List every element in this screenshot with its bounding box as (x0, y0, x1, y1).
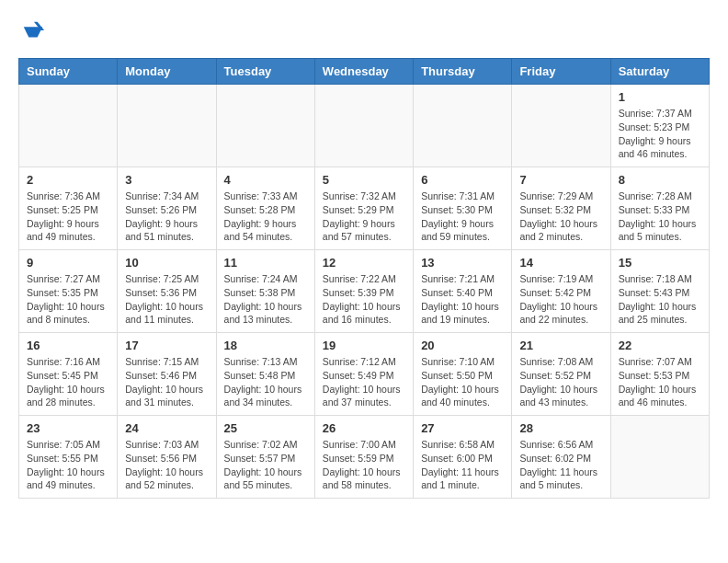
day-info: Sunrise: 7:33 AM Sunset: 5:28 PM Dayligh… (224, 190, 307, 244)
calendar-cell: 15Sunrise: 7:18 AM Sunset: 5:43 PM Dayli… (610, 250, 709, 333)
day-number: 23 (27, 421, 109, 435)
calendar-table: SundayMondayTuesdayWednesdayThursdayFrid… (18, 58, 710, 499)
calendar-cell: 26Sunrise: 7:00 AM Sunset: 5:59 PM Dayli… (314, 416, 413, 499)
calendar-cell: 20Sunrise: 7:10 AM Sunset: 5:50 PM Dayli… (414, 333, 512, 416)
day-number: 9 (27, 256, 109, 270)
day-number: 11 (224, 256, 307, 270)
calendar-cell: 28Sunrise: 6:56 AM Sunset: 6:02 PM Dayli… (512, 416, 610, 499)
calendar-cell: 27Sunrise: 6:58 AM Sunset: 6:00 PM Dayli… (414, 416, 512, 499)
day-info: Sunrise: 7:36 AM Sunset: 5:25 PM Dayligh… (27, 190, 109, 244)
day-info: Sunrise: 7:19 AM Sunset: 5:42 PM Dayligh… (519, 272, 602, 327)
day-number: 1 (619, 90, 701, 104)
day-info: Sunrise: 7:32 AM Sunset: 5:29 PM Dayligh… (323, 190, 405, 244)
calendar-cell: 24Sunrise: 7:03 AM Sunset: 5:56 PM Dayli… (118, 416, 216, 499)
day-info: Sunrise: 7:13 AM Sunset: 5:48 PM Dayligh… (224, 355, 307, 409)
calendar-cell (216, 85, 314, 167)
day-number: 24 (125, 421, 208, 435)
day-number: 16 (27, 339, 109, 352)
week-row-5: 23Sunrise: 7:05 AM Sunset: 5:55 PM Dayli… (19, 416, 710, 499)
weekday-header-sunday: Sunday (19, 59, 118, 85)
calendar-cell: 21Sunrise: 7:08 AM Sunset: 5:52 PM Dayli… (512, 333, 610, 416)
day-number: 14 (519, 256, 602, 270)
calendar-cell (19, 85, 118, 167)
logo-icon (20, 18, 46, 44)
weekday-header-tuesday: Tuesday (216, 59, 314, 85)
day-info: Sunrise: 6:56 AM Sunset: 6:02 PM Dayligh… (519, 438, 602, 492)
day-info: Sunrise: 7:24 AM Sunset: 5:38 PM Dayligh… (224, 272, 307, 327)
day-number: 28 (519, 421, 602, 435)
calendar-cell (512, 85, 610, 167)
calendar-cell: 18Sunrise: 7:13 AM Sunset: 5:48 PM Dayli… (216, 333, 314, 416)
day-info: Sunrise: 7:03 AM Sunset: 5:56 PM Dayligh… (125, 438, 208, 492)
calendar-cell: 3Sunrise: 7:34 AM Sunset: 5:26 PM Daylig… (118, 167, 216, 250)
day-info: Sunrise: 7:31 AM Sunset: 5:30 PM Dayligh… (421, 190, 504, 244)
calendar-cell: 19Sunrise: 7:12 AM Sunset: 5:49 PM Dayli… (314, 333, 413, 416)
calendar-cell (118, 85, 216, 167)
calendar-cell: 16Sunrise: 7:16 AM Sunset: 5:45 PM Dayli… (19, 333, 118, 416)
day-info: Sunrise: 7:16 AM Sunset: 5:45 PM Dayligh… (27, 355, 109, 409)
day-info: Sunrise: 7:15 AM Sunset: 5:46 PM Dayligh… (125, 355, 208, 409)
day-number: 22 (619, 339, 701, 352)
page-header (18, 18, 710, 49)
calendar-cell: 7Sunrise: 7:29 AM Sunset: 5:32 PM Daylig… (512, 167, 610, 250)
day-number: 26 (323, 421, 405, 435)
day-info: Sunrise: 7:08 AM Sunset: 5:52 PM Dayligh… (519, 355, 602, 409)
day-number: 5 (323, 173, 405, 187)
calendar-cell: 5Sunrise: 7:32 AM Sunset: 5:29 PM Daylig… (314, 167, 413, 250)
calendar-cell: 8Sunrise: 7:28 AM Sunset: 5:33 PM Daylig… (610, 167, 709, 250)
weekday-header-monday: Monday (118, 59, 216, 85)
day-info: Sunrise: 7:21 AM Sunset: 5:40 PM Dayligh… (421, 272, 504, 327)
calendar-cell: 22Sunrise: 7:07 AM Sunset: 5:53 PM Dayli… (610, 333, 709, 416)
day-number: 21 (519, 339, 602, 352)
day-number: 7 (519, 173, 602, 187)
day-info: Sunrise: 7:28 AM Sunset: 5:33 PM Dayligh… (619, 190, 701, 244)
calendar-cell: 14Sunrise: 7:19 AM Sunset: 5:42 PM Dayli… (512, 250, 610, 333)
day-info: Sunrise: 7:00 AM Sunset: 5:59 PM Dayligh… (323, 438, 405, 492)
calendar-cell: 2Sunrise: 7:36 AM Sunset: 5:25 PM Daylig… (19, 167, 118, 250)
week-row-1: 1Sunrise: 7:37 AM Sunset: 5:23 PM Daylig… (19, 85, 710, 167)
weekday-header-saturday: Saturday (610, 59, 709, 85)
day-number: 12 (323, 256, 405, 270)
day-info: Sunrise: 7:25 AM Sunset: 5:36 PM Dayligh… (125, 272, 208, 327)
day-number: 15 (619, 256, 701, 270)
calendar-cell: 23Sunrise: 7:05 AM Sunset: 5:55 PM Dayli… (19, 416, 118, 499)
day-number: 4 (224, 173, 307, 187)
day-info: Sunrise: 7:10 AM Sunset: 5:50 PM Dayligh… (421, 355, 504, 409)
calendar-cell: 12Sunrise: 7:22 AM Sunset: 5:39 PM Dayli… (314, 250, 413, 333)
calendar-cell: 6Sunrise: 7:31 AM Sunset: 5:30 PM Daylig… (414, 167, 512, 250)
day-info: Sunrise: 7:12 AM Sunset: 5:49 PM Dayligh… (323, 355, 405, 409)
day-number: 13 (421, 256, 504, 270)
calendar-cell: 4Sunrise: 7:33 AM Sunset: 5:28 PM Daylig… (216, 167, 314, 250)
week-row-3: 9Sunrise: 7:27 AM Sunset: 5:35 PM Daylig… (19, 250, 710, 333)
calendar-cell (610, 416, 709, 499)
day-info: Sunrise: 7:37 AM Sunset: 5:23 PM Dayligh… (619, 107, 701, 161)
weekday-header-wednesday: Wednesday (314, 59, 413, 85)
day-number: 25 (224, 421, 307, 435)
day-number: 27 (421, 421, 504, 435)
calendar-cell: 1Sunrise: 7:37 AM Sunset: 5:23 PM Daylig… (610, 85, 709, 167)
day-info: Sunrise: 7:22 AM Sunset: 5:39 PM Dayligh… (323, 272, 405, 327)
day-info: Sunrise: 7:18 AM Sunset: 5:43 PM Dayligh… (619, 272, 701, 327)
day-number: 10 (125, 256, 208, 270)
calendar-cell (414, 85, 512, 167)
day-info: Sunrise: 7:29 AM Sunset: 5:32 PM Dayligh… (519, 190, 602, 244)
day-info: Sunrise: 7:05 AM Sunset: 5:55 PM Dayligh… (27, 438, 109, 492)
weekday-header-thursday: Thursday (414, 59, 512, 85)
day-number: 20 (421, 339, 504, 352)
logo (18, 18, 46, 49)
calendar-cell: 13Sunrise: 7:21 AM Sunset: 5:40 PM Dayli… (414, 250, 512, 333)
calendar-cell (314, 85, 413, 167)
day-number: 6 (421, 173, 504, 187)
day-number: 2 (27, 173, 109, 187)
calendar-cell: 10Sunrise: 7:25 AM Sunset: 5:36 PM Dayli… (118, 250, 216, 333)
day-info: Sunrise: 7:07 AM Sunset: 5:53 PM Dayligh… (619, 355, 701, 409)
calendar-cell: 9Sunrise: 7:27 AM Sunset: 5:35 PM Daylig… (19, 250, 118, 333)
day-number: 19 (323, 339, 405, 352)
weekday-header-row: SundayMondayTuesdayWednesdayThursdayFrid… (19, 59, 710, 85)
day-info: Sunrise: 6:58 AM Sunset: 6:00 PM Dayligh… (421, 438, 504, 492)
day-info: Sunrise: 7:34 AM Sunset: 5:26 PM Dayligh… (125, 190, 208, 244)
day-number: 3 (125, 173, 208, 187)
week-row-2: 2Sunrise: 7:36 AM Sunset: 5:25 PM Daylig… (19, 167, 710, 250)
weekday-header-friday: Friday (512, 59, 610, 85)
week-row-4: 16Sunrise: 7:16 AM Sunset: 5:45 PM Dayli… (19, 333, 710, 416)
